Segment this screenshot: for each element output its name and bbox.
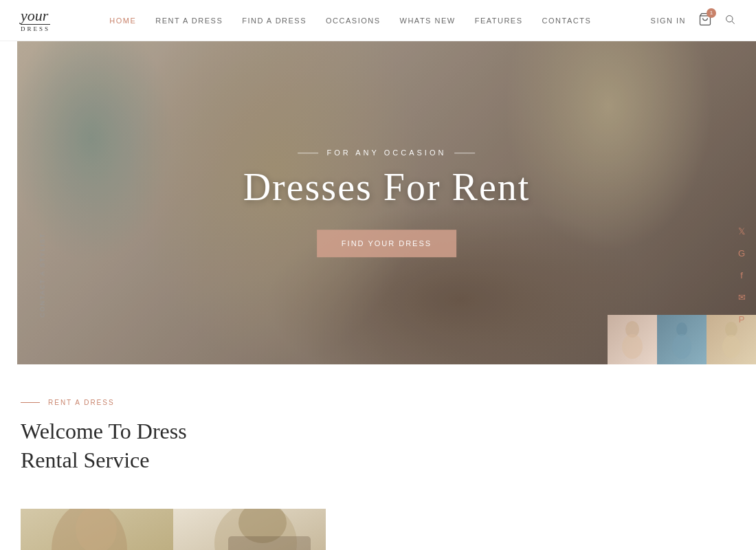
googleplus-social-link[interactable]: G	[734, 245, 749, 261]
site-logo[interactable]: your Dress	[21, 8, 50, 32]
find-dress-button[interactable]: FIND YOUR DRESS	[317, 230, 456, 257]
svg-rect-15	[228, 536, 311, 550]
facebook-social-link[interactable]: f	[734, 267, 749, 283]
hero-subtitle: FOR ANY OCCASION	[243, 148, 531, 157]
header-actions: SIGN IN 1	[651, 12, 735, 29]
search-icon	[724, 14, 735, 25]
site-header: your Dress HOME RENT A DRESS FIND A DRES…	[0, 0, 756, 41]
below-hero-section: RENT A DRESS Welcome To Dress Rental Ser…	[0, 364, 756, 495]
twitter-social-link[interactable]: 𝕏	[734, 223, 749, 239]
side-stylist-label[interactable]: CONTACT A STYLIST	[39, 232, 46, 317]
search-button[interactable]	[724, 14, 735, 28]
cart-button[interactable]: 1	[698, 12, 712, 29]
hero-content: FOR ANY OCCASION Dresses For Rent FIND Y…	[243, 148, 531, 257]
bottom-image-figure-1	[21, 509, 173, 550]
svg-point-1	[726, 15, 733, 21]
pinterest-social-link[interactable]: P	[734, 311, 749, 327]
bottom-image-2[interactable]	[173, 509, 326, 550]
svg-line-2	[732, 21, 735, 24]
thumb-figure-1	[619, 319, 646, 360]
bottom-image-row	[0, 495, 756, 550]
svg-point-11	[76, 509, 117, 550]
hero-section: FOR ANY OCCASION Dresses For Rent FIND Y…	[17, 41, 756, 364]
side-social-links: 𝕏 G f ✉ P	[734, 223, 749, 327]
svg-point-4	[622, 334, 643, 359]
email-social-link[interactable]: ✉	[734, 289, 749, 305]
svg-point-6	[672, 334, 691, 359]
thumb-image-2	[657, 315, 707, 364]
thumb-figure-2	[668, 319, 696, 360]
sign-in-link[interactable]: SIGN IN	[651, 16, 686, 25]
nav-find-a-dress[interactable]: FIND A DRESS	[242, 16, 307, 25]
hero-title: Dresses For Rent	[243, 166, 531, 209]
hero-thumb-1[interactable]	[608, 315, 657, 364]
thumb-image-1	[608, 315, 657, 364]
main-navigation: HOME RENT A DRESS FIND A DRESS OCCASIONS…	[109, 16, 591, 25]
section-label: RENT A DRESS	[21, 399, 735, 406]
bottom-image-1[interactable]	[21, 509, 173, 550]
section-title: Welcome To Dress Rental Service	[21, 417, 735, 474]
cart-count: 1	[707, 8, 716, 18]
nav-occasions[interactable]: OCCASIONS	[326, 16, 381, 25]
logo-main-text: your	[21, 8, 50, 23]
nav-features[interactable]: FEATURES	[475, 16, 523, 25]
nav-contacts[interactable]: CONTACTS	[542, 16, 592, 25]
bottom-image-figure-2	[173, 509, 326, 550]
nav-home[interactable]: HOME	[109, 16, 136, 25]
nav-rent-a-dress[interactable]: RENT A DRESS	[155, 16, 223, 25]
svg-point-8	[722, 335, 740, 358]
logo-sub-text: Dress	[21, 24, 50, 32]
hero-thumb-2[interactable]	[657, 315, 707, 364]
nav-whats-new[interactable]: WHATS NEW	[400, 16, 456, 25]
